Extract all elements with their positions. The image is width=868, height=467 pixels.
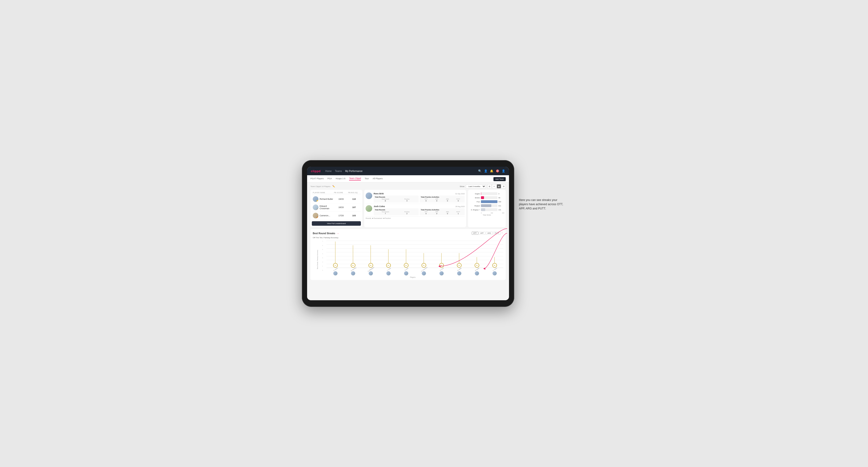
bar-fill-pars <box>481 200 497 203</box>
streak-col-7: 4x <box>452 241 466 268</box>
practice-activities-label-1: Total Practice Activities <box>421 196 464 198</box>
bar-label-pars: Pars <box>469 201 480 203</box>
annotation-box: Here you can see streaks your players ha… <box>519 160 566 211</box>
practice-stat-1: Practice 4 <box>397 198 418 202</box>
avatar: 1 <box>313 196 318 202</box>
chart-x-axis-label: Total Shots <box>469 214 504 216</box>
nav-my-performance[interactable]: My Performance <box>345 170 362 173</box>
streak-col-0: 7x <box>328 241 342 268</box>
pb-score-col-header: PB SCORE <box>334 192 348 193</box>
streaks-subtitle: Off The Tee, Fairway Accuracy <box>313 237 503 239</box>
rank-badge-3: 3 <box>316 217 318 218</box>
y-tick-6: 6 <box>322 245 326 246</box>
player-name-1: Richard Butler <box>319 198 333 200</box>
x-player-3: J. Coles <box>381 269 396 276</box>
player-card-avatar-2 <box>366 205 372 212</box>
y-tick-5: 5 <box>322 249 326 250</box>
x-player-9: C. Quick <box>488 269 502 276</box>
player-card-2: Josh Coles 26 Aug 2023 Total Rounds Tour… <box>366 204 465 217</box>
subnav-hcaps[interactable]: Hcaps 1-5 <box>336 177 345 180</box>
table-row[interactable]: 2 Edward Crossman 18/20 107 <box>312 203 361 212</box>
bar-row-bogeys: Bogeys 311 <box>469 204 504 207</box>
settings-view-button[interactable]: ⚙ <box>501 184 506 188</box>
bar-track-bogeys <box>481 204 497 207</box>
bar-label-bogeys: Bogeys <box>469 205 480 207</box>
search-icon[interactable]: 🔍 <box>478 169 482 173</box>
chart-x-axis: 0 200 400 <box>469 212 504 214</box>
list-view-button[interactable]: ≡ <box>492 184 496 188</box>
edit-icon[interactable]: ✏️ <box>332 185 335 187</box>
show-label: Show <box>460 185 464 187</box>
bar-value-dbogeys: 131 <box>498 209 504 211</box>
player-count: 14 Players <box>321 185 331 187</box>
tablet-screen: clippd Home Teams My Performance 🔍 👤 🔔 🎯… <box>307 167 509 300</box>
streak-filter-putt[interactable]: PUTT <box>493 231 501 235</box>
streak-col-8: 3x <box>470 241 484 268</box>
bell-icon[interactable]: 🔔 <box>490 169 493 173</box>
app-stat-2: APP 0 <box>432 211 442 215</box>
filter-select[interactable]: Last 3 months <box>466 184 486 188</box>
player-name-3: Cameron... <box>319 214 330 217</box>
streaks-plot: 7x6x6x5x5x4x4x4x3x3x <box>327 241 503 268</box>
view-leaderboard-button[interactable]: View Full Leaderboard <box>312 221 361 226</box>
x-player-2: D. Billingham <box>364 269 378 276</box>
streak-col-9: 3x <box>488 241 502 268</box>
practice-activities-label-2: Total Practice Activities <box>421 209 464 211</box>
streak-col-5: 4x <box>417 241 431 268</box>
bar-fill-birdies <box>481 196 484 199</box>
grid-view-button[interactable]: ⊞ <box>487 184 492 188</box>
main-content: Team Clippd 14 Players ✏️ Show Last 3 mo… <box>307 182 509 300</box>
target-icon[interactable]: 🎯 <box>496 169 499 173</box>
table-row[interactable]: 1 Richard Butler 19/20 110 <box>312 195 361 203</box>
practice-activities-section-2: Total Practice Activities OTT 0 APP <box>420 208 465 215</box>
streaks-chart-wrapper: Best Streak, Fairway Accuracy 7 6 5 4 <box>313 241 503 278</box>
subnav: PGAT Players PGA Hcaps 1-5 Team Clippd T… <box>307 175 509 182</box>
nav-home[interactable]: Home <box>325 170 332 173</box>
table-row[interactable]: 3 Cameron... 17/20 103 <box>312 212 361 220</box>
y-tick-0: 0 <box>322 270 326 271</box>
subnav-tour[interactable]: Tour <box>365 177 369 180</box>
player-card-date-2: 26 Aug 2023 <box>456 206 465 207</box>
x-player-5: E. Crossman <box>417 269 431 276</box>
player-avg-1: 110 <box>348 198 360 200</box>
x-player-7: M. Miller <box>452 269 466 276</box>
x-label-200: 200 <box>491 212 493 214</box>
y-tick-4: 4 <box>322 253 326 254</box>
chart-view-button[interactable]: ▦ <box>497 184 501 188</box>
bar-value-bogeys: 311 <box>498 205 504 207</box>
x-label-0: 0 <box>481 212 482 214</box>
player-card-header-1: Rees Britt 02 Sep 2023 <box>374 192 465 195</box>
bar-label-birdies: Birdies <box>469 197 480 198</box>
streaks-header: Best Round Streaks ← OTT APP ARG PUTT ← <box>313 231 503 235</box>
x-player-8: R. Butler <box>470 269 484 276</box>
nav-teams[interactable]: Teams <box>335 170 342 173</box>
bar-row-birdies: Birdies 96 <box>469 196 504 199</box>
total-rounds-label-2: Total Rounds <box>375 209 417 211</box>
tournament-value-1: 8 <box>375 200 396 202</box>
subnav-team-clippd[interactable]: Team Clippd <box>349 177 361 181</box>
player-score-2: 18/20 <box>334 206 348 209</box>
user-icon[interactable]: 👤 <box>484 169 488 173</box>
annotation-text: Here you can see streaks your players ha… <box>519 198 566 211</box>
rounds-legend: Rounds ■ Tournament ■ Practice <box>366 217 465 220</box>
streak-filter-app[interactable]: APP <box>479 231 486 235</box>
bar-label-eagles: Eagles <box>469 193 480 195</box>
stats-grid-2: Total Rounds Tournament 7 Practice <box>374 208 465 215</box>
app-stat-1: APP 0 <box>432 198 442 202</box>
rank-badge-2: 2 <box>316 208 318 210</box>
player-avg-2: 107 <box>348 206 360 209</box>
subnav-pgat[interactable]: PGAT Players <box>310 177 323 180</box>
streak-col-6: 4x <box>434 241 448 268</box>
avatar-icon[interactable]: 👤 <box>502 169 505 173</box>
streak-filter-arg[interactable]: ARG <box>486 231 493 235</box>
view-icons: ⊞ ≡ ▦ ⚙ <box>487 184 506 188</box>
add-team-button[interactable]: Add Team <box>493 177 506 181</box>
total-rounds-section-1: Total Rounds Tournament 8 Practice <box>374 195 418 203</box>
player-card-info-2: Josh Coles 26 Aug 2023 Total Rounds Tour… <box>374 205 465 215</box>
practice-value-1: 4 <box>397 200 418 202</box>
streak-filter-ott[interactable]: OTT <box>472 231 478 235</box>
subnav-pga[interactable]: PGA <box>328 177 332 180</box>
bar-fill-dbogeys <box>481 208 485 211</box>
subnav-all-players[interactable]: All Players <box>373 177 383 180</box>
players-x-label: Players <box>322 276 503 278</box>
